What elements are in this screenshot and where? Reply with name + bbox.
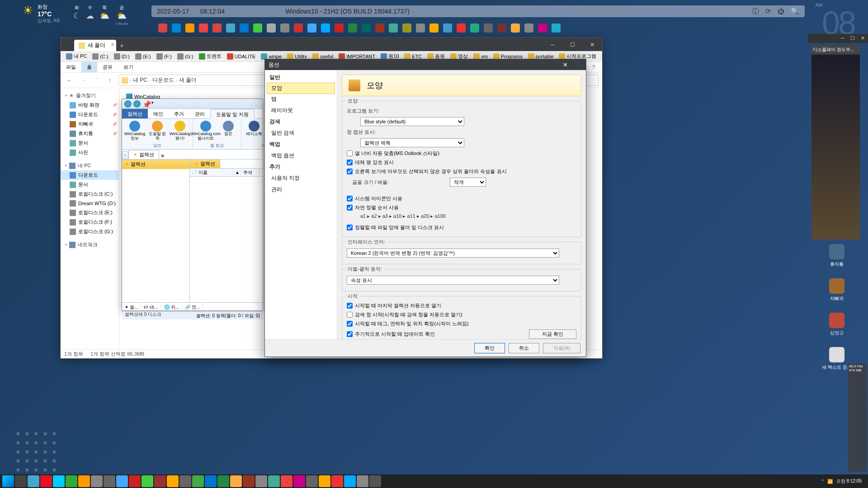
nav-item[interactable]: 사진 (61, 148, 119, 157)
nav-item[interactable]: 다운로드 (61, 110, 119, 119)
dblclick-select[interactable]: 속성 표시 (347, 276, 559, 285)
minimize-button[interactable]: ─ (542, 38, 562, 51)
dock-app-icon[interactable] (185, 23, 194, 33)
tab-close-icon[interactable]: ✕ (159, 153, 165, 159)
ribbon-button[interactable]: 페이스북 (243, 120, 265, 137)
dock-app-icon[interactable] (362, 23, 371, 33)
app-sinmatgo[interactable]: 신맛고 (829, 313, 844, 336)
dock-app-icon[interactable] (497, 23, 506, 33)
options-nav-item[interactable]: 탭 (265, 94, 337, 105)
nav-item[interactable]: 로컬디스크 (G:) (61, 227, 119, 236)
bookmark-item[interactable]: (E:) (133, 52, 153, 61)
dock-app-icon[interactable] (402, 23, 411, 33)
nav-item[interactable]: 로컬디스크 (F:) (61, 217, 119, 227)
language-select[interactable]: Korean 2 (한국어 번역 변형 2) (번역: 김영갑™) (347, 249, 559, 258)
breadcrumb-segment[interactable]: 내 PC (133, 76, 147, 84)
appearance-checkbox[interactable] (347, 169, 353, 174)
taskbar-app-icon[interactable] (344, 475, 356, 487)
font-size-select[interactable]: 작게 (450, 178, 486, 187)
nav-item[interactable]: 문서 (61, 180, 119, 189)
app-jibaegwi[interactable]: 지빼귀 (829, 278, 844, 302)
minimize-icon[interactable]: ─ (839, 35, 847, 42)
dock-app-icon[interactable] (267, 23, 276, 33)
nav-item[interactable]: 휴지통 (61, 129, 119, 138)
collection-list-tab[interactable]: ✦ 컬렉션 (190, 160, 220, 168)
apply-button[interactable]: 적용(A) (543, 343, 580, 353)
taskbar-app-icon[interactable] (255, 475, 267, 487)
dock-app-icon[interactable] (416, 23, 425, 33)
taskbar-app-icon[interactable] (319, 475, 330, 487)
close-button[interactable]: ✕ (582, 38, 602, 51)
options-nav-item[interactable]: 일반 검색 (265, 127, 337, 139)
system-tray[interactable]: ˄ 📶 오전 8:12:05 (821, 478, 866, 484)
taskbar-app-icon[interactable] (230, 475, 242, 487)
nav-item[interactable]: 다운로드 (61, 170, 119, 180)
folders-first-checkbox[interactable] (347, 225, 353, 230)
system-icons-checkbox[interactable] (347, 196, 353, 202)
taskbar-app-icon[interactable] (205, 475, 217, 487)
ribbon-tab[interactable]: 추가 (169, 109, 189, 118)
up-button[interactable]: ↑ (105, 75, 115, 85)
bookmark-item[interactable]: (F:) (155, 52, 174, 61)
ribbon-button[interactable]: 도움말 항목 (146, 120, 168, 142)
dock-app-icon[interactable] (199, 23, 208, 33)
dock-app-icon[interactable] (294, 23, 303, 33)
taskbar-app-icon[interactable] (66, 475, 77, 487)
options-nav-item[interactable]: 레이아웃 (265, 105, 337, 116)
dock-app-icon[interactable] (524, 23, 533, 33)
taskbar-app-icon[interactable] (28, 475, 39, 487)
taskbar-app-icon[interactable] (243, 475, 255, 487)
column-header[interactable]: 📄이름 (190, 169, 233, 176)
menu-보기[interactable]: 보기 (118, 62, 139, 72)
dock-app-icon[interactable] (335, 23, 344, 33)
dock-app-icon[interactable] (538, 23, 547, 33)
taskbar-app-icon[interactable] (281, 475, 292, 487)
nav-item[interactable]: 문서 (61, 138, 119, 148)
cancel-button[interactable]: 취소 (509, 343, 539, 353)
search-icon[interactable]: 🔍 (791, 7, 799, 16)
quick-access-header[interactable]: ★ 즐겨찾기 (61, 91, 119, 100)
taskbar-app-icon[interactable] (357, 475, 368, 487)
open-last-collection-checkbox[interactable] (347, 303, 353, 309)
taskbar-app-icon[interactable] (369, 475, 381, 487)
power-icon[interactable]: ⏻ (778, 7, 784, 16)
pin-icon[interactable]: 📌 (142, 100, 150, 108)
column-header[interactable]: ▲ (233, 169, 241, 176)
dock-app-icon[interactable] (552, 23, 561, 33)
dock-app-icon[interactable] (375, 23, 384, 33)
ribbon-button[interactable]: 질문 (217, 120, 239, 142)
taskbar-app-icon[interactable] (116, 475, 128, 487)
ribbon-button[interactable]: WinCatalog 정보 (124, 120, 146, 142)
nav-item[interactable]: 로컬디스크 (C:) (61, 189, 119, 199)
bookmark-item[interactable]: (G:) (175, 52, 195, 61)
history-dropdown[interactable]: ˅ (91, 75, 101, 85)
taskbar-app-icon[interactable] (331, 475, 343, 487)
ribbon-tab[interactable]: 컬렉션 (122, 109, 148, 118)
info-icon[interactable]: ⓘ (752, 7, 759, 16)
dock-app-icon[interactable] (280, 23, 289, 33)
breadcrumb-segment[interactable]: 새 폴더 (179, 76, 197, 84)
maximize-button[interactable]: ☐ (562, 38, 582, 51)
back-button[interactable]: ← (64, 75, 74, 85)
close-icon[interactable]: ✕ (859, 35, 867, 42)
natural-sort-checkbox[interactable] (347, 205, 353, 211)
recycle-bin[interactable]: 휴지통 (829, 244, 844, 267)
tray-time[interactable]: 오전 8:12:05 (836, 478, 862, 484)
taskbar-app-icon[interactable] (142, 475, 153, 487)
bookmark-item[interactable]: (C:) (90, 52, 110, 61)
taskbar-app-icon[interactable] (129, 475, 141, 487)
reload-icon[interactable] (124, 100, 132, 108)
check-updates-checkbox[interactable] (347, 331, 353, 337)
new-text[interactable]: 새 텍스트 문서 (822, 347, 852, 371)
bookmark-item[interactable]: 드림 빌더 (600, 52, 602, 61)
options-nav-item[interactable]: 사용자 지정 (265, 173, 337, 184)
network-header[interactable]: 네트워크 (61, 240, 119, 249)
dock-app-icon[interactable] (457, 23, 466, 33)
dock-app-icon[interactable] (484, 23, 493, 33)
explorer-titlebar[interactable]: 새 폴더 ✕ + ─ ☐ ✕ (61, 38, 602, 51)
column-header[interactable]: 주석 (241, 169, 259, 176)
menu-파일[interactable]: 파일 (61, 62, 81, 72)
help-icon[interactable]: ? (592, 64, 599, 70)
bookmark-item[interactable]: 토렌트 (197, 52, 223, 61)
appearance-checkbox[interactable] (347, 150, 353, 156)
